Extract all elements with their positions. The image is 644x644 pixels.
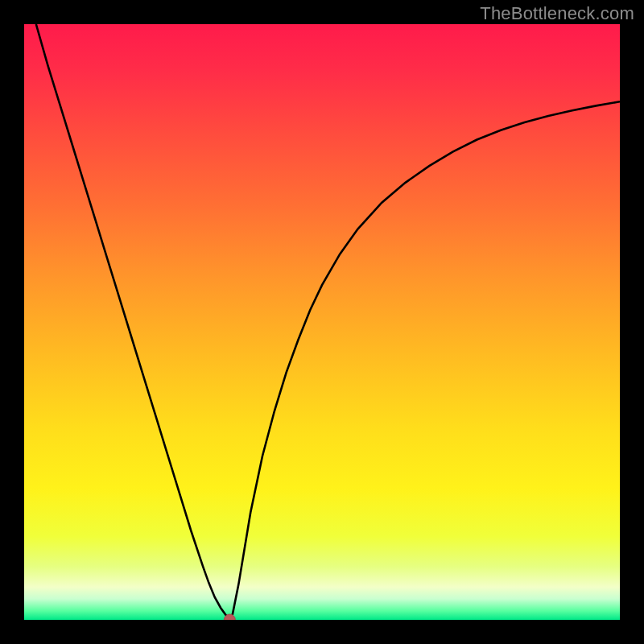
bottleneck-chart — [24, 24, 620, 620]
gradient-background — [24, 24, 620, 620]
watermark-text: TheBottleneck.com — [480, 3, 634, 24]
chart-frame: TheBottleneck.com — [0, 0, 644, 644]
plot-area — [24, 24, 620, 620]
